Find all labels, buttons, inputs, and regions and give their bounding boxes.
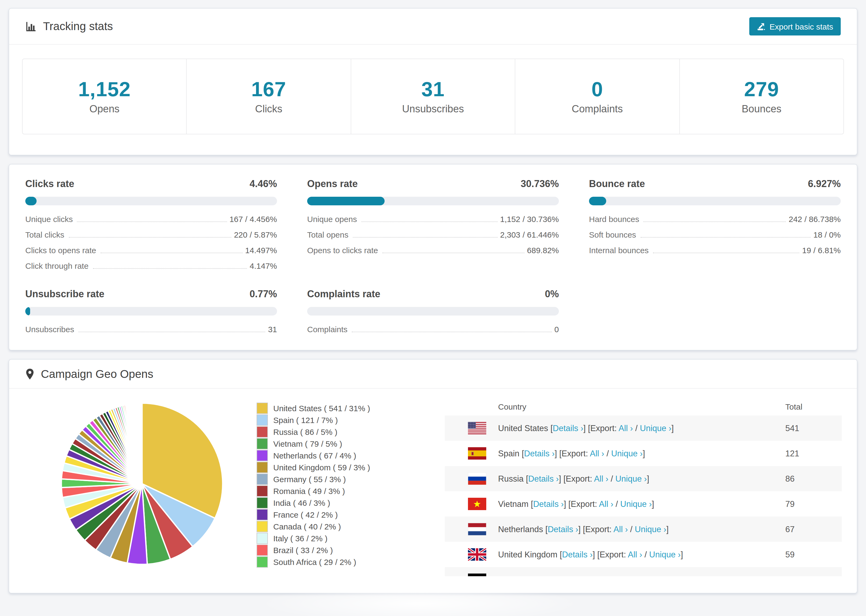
export-prefix: Export: [562, 449, 590, 458]
export-all-link-vietnam[interactable]: All › [599, 499, 613, 508]
export-unique-link-spain[interactable]: Unique › [611, 449, 642, 458]
country-name: Vietnam [498, 499, 531, 508]
legend-item-brazil: Brazil ( 33 / 2% ) [257, 545, 370, 556]
details-link-spain[interactable]: Details › [524, 449, 555, 458]
legend-label: India ( 46 / 3% ) [273, 498, 330, 508]
dotted-leader [644, 222, 786, 222]
details-link-vietnam[interactable]: Details › [533, 499, 564, 508]
rate-progress-bar [307, 307, 559, 316]
stat-label: Bounces [680, 103, 843, 116]
country-name: Russia [498, 474, 526, 483]
geo-row-text: Vietnam [Details ›] [Export: All › / Uni… [498, 499, 654, 509]
geo-row-total: 55 [785, 575, 842, 576]
rate-head: Bounce rate6.927% [589, 178, 841, 190]
tracking-stats-title-text: Tracking stats [43, 20, 113, 33]
geo-row-text: Russia [Details ›] [Export: All › / Uniq… [498, 474, 649, 484]
bracket: ] [ [593, 550, 600, 559]
rates-card: Clicks rate4.46%Unique clicks167 / 4.456… [9, 164, 857, 350]
bracket: ] [ [583, 423, 590, 432]
export-prefix: Export: [566, 474, 594, 483]
rate-row: Complaints0 [307, 325, 559, 334]
rate-title: Unsubscribe rate [25, 289, 104, 300]
export-unique-link-united-kingdom[interactable]: Unique › [649, 550, 681, 559]
slash: / [614, 499, 620, 508]
geo-row-country-cell: Netherlands [Details ›] [Export: All › /… [468, 523, 785, 535]
geo-row-country-cell: Spain [Details ›] [Export: All › / Uniqu… [468, 447, 785, 460]
legend-item-vietnam: Vietnam ( 79 / 5% ) [257, 438, 370, 449]
export-basic-stats-button[interactable]: Export basic stats [749, 17, 841, 36]
export-all-link-united-kingdom[interactable]: All › [628, 550, 642, 559]
geo-table-row-vietnam: Vietnam [Details ›] [Export: All › / Uni… [445, 491, 842, 517]
legend-label: Netherlands ( 67 / 4% ) [273, 450, 356, 461]
rate-progress-bar [589, 197, 841, 205]
export-unique-link-russia[interactable]: Unique › [615, 474, 647, 483]
details-link-netherlands[interactable]: Details › [548, 524, 578, 533]
rate-row-value: 14.497% [245, 246, 277, 255]
export-unique-link-netherlands[interactable]: Unique › [635, 524, 666, 533]
slash: / [633, 423, 640, 432]
dotted-leader [93, 268, 247, 269]
stat-label: Unsubscribes [351, 103, 515, 116]
details-link-united-kingdom[interactable]: Details › [562, 550, 593, 559]
export-all-link-netherlands[interactable]: All › [614, 524, 628, 533]
dotted-leader [79, 332, 265, 332]
export-prefix: Export: [585, 524, 614, 533]
rate-row-label: Unique opens [307, 214, 357, 224]
rates-grid: Clicks rate4.46%Unique clicks167 / 4.456… [25, 178, 841, 334]
legend-item-germany: Germany ( 55 / 3% ) [257, 473, 370, 485]
dashboard-root: Tracking stats Export basic stats 1,152O… [0, 0, 866, 616]
geo-row-total: 86 [785, 474, 842, 484]
pie-slice-other[interactable] [142, 403, 142, 484]
rate-head: Complaints rate0% [307, 289, 559, 300]
export-unique-link-vietnam[interactable]: Unique › [620, 499, 652, 508]
rate-row: Soft bounces18 / 0% [589, 230, 841, 239]
details-link-united-states[interactable]: Details › [553, 423, 583, 432]
stat-box: 31Unsubscribes [351, 59, 515, 134]
stat-label: Clicks [187, 103, 351, 116]
legend-label: South Africa ( 29 / 2% ) [273, 556, 356, 567]
rate-percent: 4.46% [250, 178, 277, 190]
rate-row: Click through rate4.147% [25, 261, 277, 270]
export-all-link-russia[interactable]: All › [594, 474, 608, 483]
export-all-link-germany[interactable]: All › [603, 575, 617, 576]
geo-table-row-netherlands: Netherlands [Details ›] [Export: All › /… [445, 517, 842, 542]
stat-value: 0 [515, 77, 679, 101]
legend-label: Vietnam ( 79 / 5% ) [273, 438, 342, 449]
stat-box: 0Complaints [515, 59, 679, 134]
geo-row-total: 59 [785, 550, 842, 559]
slash: / [617, 575, 624, 576]
details-link-germany[interactable]: Details › [537, 575, 568, 576]
rate-row-value: 19 / 6.81% [802, 246, 841, 255]
geo-row-text: Spain [Details ›] [Export: All › / Uniqu… [498, 449, 645, 458]
ru-flag-icon [468, 473, 486, 485]
export-all-link-united-states[interactable]: All › [619, 423, 633, 432]
export-all-link-spain[interactable]: All › [590, 449, 604, 458]
legend-item-south-africa: South Africa ( 29 / 2% ) [257, 556, 370, 567]
rate-row-label: Internal bounces [589, 246, 649, 255]
vn-flag-icon [468, 498, 486, 510]
tracking-stats-title: Tracking stats [25, 20, 113, 33]
details-link-russia[interactable]: Details › [528, 474, 559, 483]
geo-opens-pie-chart [58, 401, 225, 567]
geo-opens-table: Country Total United States [Details ›] … [445, 397, 842, 576]
rate-rows: Unique opens1,152 / 30.736%Total opens2,… [307, 214, 559, 255]
rate-row-value: 31 [268, 325, 277, 334]
bar-chart-icon [25, 21, 36, 32]
export-prefix: Export: [575, 575, 603, 576]
country-name: Spain [498, 449, 522, 458]
rate-row-label: Opens to clicks rate [307, 246, 378, 255]
geo-row-text: United States [Details ›] [Export: All ›… [498, 423, 674, 433]
tracking-stats-card: Tracking stats Export basic stats 1,152O… [9, 8, 857, 156]
country-name: United Kingdom [498, 550, 560, 559]
geo-table-row-germany: Germany [Details ›] [Export: All › / Uni… [445, 567, 842, 576]
legend-item-romania: Romania ( 49 / 3% ) [257, 486, 370, 497]
bracket: ] [671, 423, 674, 432]
export-unique-link-germany[interactable]: Unique › [624, 575, 656, 576]
export-unique-link-united-states[interactable]: Unique › [640, 423, 671, 432]
campaign-geo-opens-header: Campaign Geo Opens [9, 360, 857, 389]
geo-row-text: Germany [Details ›] [Export: All › / Uni… [498, 575, 658, 576]
rate-title: Bounce rate [589, 178, 645, 190]
rate-title: Opens rate [307, 178, 358, 190]
legend-swatch [257, 497, 268, 509]
bracket: ] [ [567, 575, 575, 576]
